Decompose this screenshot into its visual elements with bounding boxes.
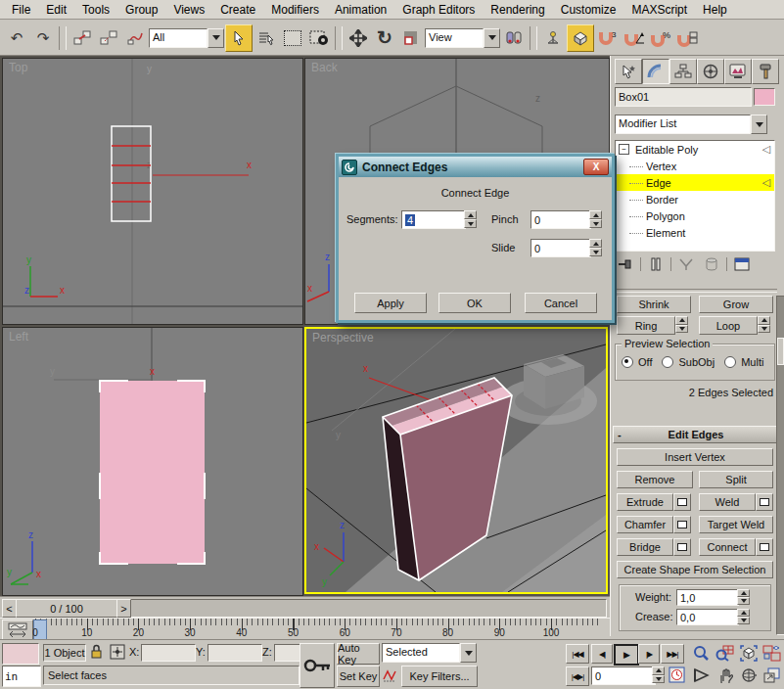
loop-button[interactable]: Loop [699, 316, 758, 335]
loop-spinner[interactable] [758, 316, 770, 333]
object-color-swatch[interactable] [754, 88, 775, 106]
menu-graph-editors[interactable]: Graph Editors [394, 1, 483, 19]
close-icon[interactable]: X [583, 159, 609, 175]
weight-field[interactable]: 1,0 [676, 589, 739, 606]
min-max-toggle-icon[interactable] [761, 666, 782, 685]
select-and-rotate-icon[interactable]: ↻ [372, 25, 397, 51]
next-frame-arrow[interactable]: > [116, 599, 131, 618]
current-frame-field[interactable]: 0 [591, 666, 656, 685]
zoom-icon[interactable] [691, 643, 712, 663]
unlink-selection-icon[interactable] [96, 25, 121, 51]
slide-field[interactable]: 0 [530, 239, 591, 257]
extrude-settings-button[interactable] [673, 493, 691, 511]
undo-icon[interactable]: ↶ [4, 25, 29, 51]
tab-hierarchy[interactable] [669, 59, 697, 84]
target-weld-button[interactable]: Target Weld [699, 516, 773, 533]
extrude-button[interactable]: Extrude [617, 493, 673, 511]
crease-field[interactable]: 0,0 [676, 609, 739, 625]
collapse-icon[interactable]: − [619, 144, 629, 155]
time-filter-dropdown[interactable]: Selected [382, 643, 477, 663]
modifier-list-arrow-icon[interactable] [751, 115, 767, 134]
select-by-name-icon[interactable] [254, 25, 279, 51]
stack-row-vertex[interactable]: Vertex [616, 158, 774, 174]
connect-settings-button[interactable] [756, 538, 773, 556]
stack-row-edge[interactable]: Edge◁ [616, 174, 774, 191]
selection-filter-dropdown[interactable]: All [149, 28, 224, 48]
select-object-button[interactable] [225, 24, 253, 52]
reference-coordinate-dropdown[interactable]: View [425, 28, 500, 48]
bind-to-space-warp-icon[interactable] [122, 25, 148, 51]
stack-row-border[interactable]: Border [616, 191, 774, 207]
key-mode-toggle-button[interactable]: |◀▶| [566, 666, 589, 686]
track-bar[interactable]: 0102030405060708090100 [0, 618, 610, 640]
selection-filter-arrow-icon[interactable] [208, 28, 224, 48]
menu-views[interactable]: Views [165, 1, 212, 19]
angle-snap-icon[interactable] [622, 25, 647, 51]
preview-off-radio[interactable] [622, 356, 633, 368]
menu-group[interactable]: Group [117, 1, 165, 19]
pan-hand-icon[interactable] [715, 666, 735, 685]
set-keys-button[interactable] [300, 643, 335, 688]
pinch-spinner[interactable] [589, 210, 602, 228]
menu-maxscript[interactable]: MAXScript [623, 1, 695, 19]
viewport-top-label[interactable]: Top [9, 61, 27, 74]
previous-frame-arrow[interactable]: < [2, 599, 17, 618]
remove-button[interactable]: Remove [617, 471, 693, 488]
x-coord-field[interactable] [141, 644, 196, 662]
select-and-manipulate-icon[interactable] [540, 25, 566, 51]
zoom-all-icon[interactable] [715, 643, 735, 663]
menu-rendering[interactable]: Rendering [483, 1, 552, 19]
maxscript-listener-box[interactable]: in [2, 666, 41, 687]
tab-utilities[interactable] [752, 59, 779, 84]
pin-stack-icon[interactable] [615, 255, 636, 273]
use-pivot-point-center-icon[interactable] [501, 25, 527, 51]
tab-motion[interactable] [697, 59, 724, 84]
previous-frame-button[interactable]: ◀| [591, 644, 613, 664]
slide-spinner[interactable] [589, 239, 602, 256]
ring-button[interactable]: Ring [617, 316, 675, 335]
panel-scrollbar[interactable] [776, 296, 784, 635]
arc-rotate-icon[interactable] [738, 666, 759, 685]
menu-tools[interactable]: Tools [74, 1, 117, 19]
percent-snap-icon[interactable]: % [648, 25, 673, 51]
menu-customize[interactable]: Customize [553, 1, 624, 19]
pinch-field[interactable]: 0 [530, 210, 591, 229]
time-configuration-icon[interactable] [669, 666, 685, 683]
menu-edit[interactable]: Edit [38, 1, 74, 19]
cancel-button[interactable]: Cancel [525, 293, 597, 313]
zoom-extents-icon[interactable] [738, 643, 759, 663]
select-and-move-icon[interactable] [346, 25, 371, 51]
viewport-left[interactable]: y x z y x [2, 327, 303, 596]
weld-button[interactable]: Weld [699, 493, 756, 511]
time-filter-arrow-icon[interactable] [460, 643, 477, 663]
stack-row-element[interactable]: Element [616, 224, 774, 241]
default-tangents-icon[interactable] [382, 667, 397, 683]
chamfer-button[interactable]: Chamfer [617, 516, 673, 533]
viewport-left-label[interactable]: Left [9, 330, 28, 344]
selection-lock-icon[interactable] [90, 644, 103, 660]
time-slider-handle[interactable]: 0 / 100 [16, 599, 117, 618]
menu-help[interactable]: Help [695, 1, 735, 19]
bridge-settings-button[interactable] [673, 538, 691, 556]
chamfer-settings-button[interactable] [673, 516, 691, 533]
window-crossing-toggle-icon[interactable] [306, 25, 332, 51]
weld-settings-button[interactable] [756, 493, 773, 511]
frame-spinner[interactable] [652, 666, 665, 683]
spinner-snap-icon[interactable] [674, 25, 700, 51]
configure-modifier-sets-icon[interactable] [731, 255, 753, 273]
menu-modifiers[interactable]: Modifiers [263, 1, 327, 19]
stack-row-polygon[interactable]: Polygon [616, 207, 774, 224]
select-and-link-icon[interactable] [69, 25, 95, 51]
preview-subobj-radio[interactable] [662, 356, 673, 368]
auto-key-button[interactable]: Auto Key [337, 643, 380, 665]
connect-button[interactable]: Connect [699, 538, 756, 556]
rectangular-selection-region-icon[interactable] [280, 25, 305, 51]
viewport-perspective-label[interactable]: Perspective [312, 331, 374, 344]
key-filters-button[interactable]: Key Filters... [401, 666, 478, 687]
object-name-field[interactable]: Box01 [615, 87, 752, 107]
menu-create[interactable]: Create [212, 1, 263, 19]
select-and-scale-icon[interactable] [398, 25, 424, 51]
tab-modify[interactable] [642, 59, 669, 84]
dialog-title-bar[interactable]: Connect Edges X [339, 157, 612, 177]
menu-animation[interactable]: Animation [327, 1, 394, 19]
